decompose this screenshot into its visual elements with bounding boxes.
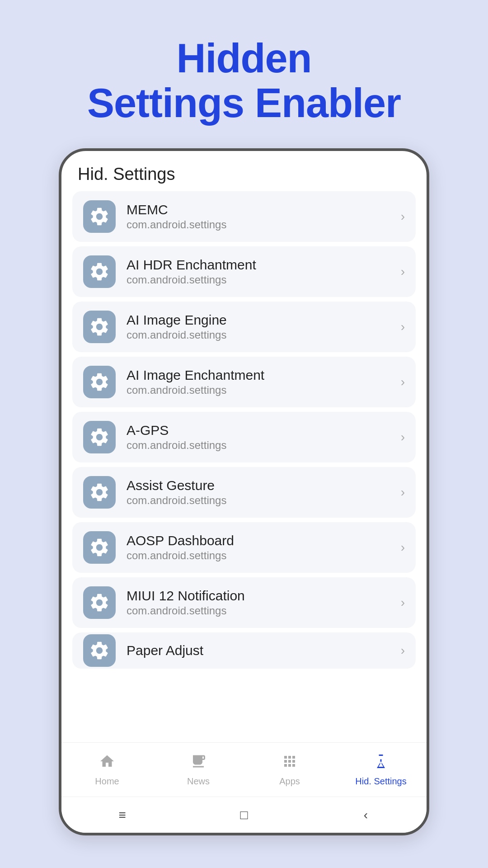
settings-gear-icon-paper_adjust [83,634,116,667]
item-title-assist_gesture: Assist Gesture [127,478,401,493]
item-text-ai_hdr: AI HDR Enchantment com.android.settings [127,257,401,286]
nav-item-home[interactable]: Home [61,753,153,787]
item-text-aosp_dashboard: AOSP Dashboard com.android.settings [127,533,401,562]
item-subtitle-memc: com.android.settings [127,218,401,231]
chevron-icon-aosp_dashboard: › [401,540,405,555]
nav-icon-news [190,753,206,774]
nav-icon-hid_settings [373,753,389,774]
item-title-memc: MEMC [127,202,401,217]
back-button[interactable]: ‹ [354,807,377,823]
settings-item-ai_image_engine[interactable]: AI Image Engine com.android.settings › [72,302,416,352]
item-subtitle-aosp_dashboard: com.android.settings [127,549,401,562]
settings-item-ai_image_enchantment[interactable]: AI Image Enchantment com.android.setting… [72,357,416,407]
settings-gear-icon-ai_image_enchantment [83,366,116,398]
home-button[interactable]: □ [233,807,255,823]
menu-button[interactable]: ≡ [111,807,134,823]
settings-list: MEMC com.android.settings › AI HDR Encha… [61,191,427,742]
item-title-ai_image_enchantment: AI Image Enchantment [127,368,401,383]
item-title-ai_hdr: AI HDR Enchantment [127,257,401,273]
item-subtitle-miui_notification: com.android.settings [127,604,401,617]
item-title-agps: A-GPS [127,423,401,438]
system-bar: ≡ □ ‹ [61,797,427,833]
nav-label-apps: Apps [279,776,300,787]
item-text-assist_gesture: Assist Gesture com.android.settings [127,478,401,507]
chevron-icon-ai_hdr: › [401,264,405,279]
nav-item-news[interactable]: News [153,753,244,787]
settings-item-memc[interactable]: MEMC com.android.settings › [72,191,416,242]
item-title-aosp_dashboard: AOSP Dashboard [127,533,401,548]
screen-header: Hid. Settings [61,151,427,191]
nav-item-hid_settings[interactable]: Hid. Settings [335,753,427,787]
title-line1: Hidden [87,36,401,81]
settings-item-aosp_dashboard[interactable]: AOSP Dashboard com.android.settings › [72,522,416,573]
phone-frame: Hid. Settings MEMC com.android.settings … [59,148,429,835]
nav-item-apps[interactable]: Apps [244,753,335,787]
chevron-icon-memc: › [401,209,405,224]
settings-gear-icon-ai_image_engine [83,311,116,343]
item-text-agps: A-GPS com.android.settings [127,423,401,452]
nav-icon-home [99,753,115,774]
nav-label-home: Home [95,776,119,787]
chevron-icon-ai_image_engine: › [401,320,405,334]
item-text-ai_image_enchantment: AI Image Enchantment com.android.setting… [127,368,401,396]
settings-item-ai_hdr[interactable]: AI HDR Enchantment com.android.settings … [72,246,416,297]
item-text-ai_image_engine: AI Image Engine com.android.settings [127,312,401,341]
bottom-nav: Home News Apps Hid. Settings [61,742,427,797]
settings-gear-icon-memc [83,200,116,233]
nav-label-news: News [187,776,210,787]
item-title-miui_notification: MIUI 12 Notification [127,588,401,604]
settings-gear-icon-assist_gesture [83,476,116,509]
nav-label-hid_settings: Hid. Settings [355,776,406,787]
chevron-icon-ai_image_enchantment: › [401,375,405,389]
item-subtitle-agps: com.android.settings [127,439,401,452]
settings-item-miui_notification[interactable]: MIUI 12 Notification com.android.setting… [72,577,416,628]
item-subtitle-ai_image_engine: com.android.settings [127,329,401,341]
chevron-icon-paper_adjust: › [401,643,405,658]
item-text-paper_adjust: Paper Adjust [127,643,401,658]
item-title-ai_image_engine: AI Image Engine [127,312,401,328]
settings-gear-icon-agps [83,421,116,453]
settings-gear-icon-miui_notification [83,586,116,619]
item-title-paper_adjust: Paper Adjust [127,643,401,658]
item-text-miui_notification: MIUI 12 Notification com.android.setting… [127,588,401,617]
nav-icon-apps [282,753,298,774]
settings-gear-icon-ai_hdr [83,255,116,288]
chevron-icon-agps: › [401,430,405,444]
settings-item-agps[interactable]: A-GPS com.android.settings › [72,412,416,462]
item-subtitle-assist_gesture: com.android.settings [127,494,401,507]
item-text-memc: MEMC com.android.settings [127,202,401,231]
settings-item-assist_gesture[interactable]: Assist Gesture com.android.settings › [72,467,416,518]
settings-item-paper_adjust[interactable]: Paper Adjust › [72,632,416,669]
chevron-icon-assist_gesture: › [401,485,405,500]
item-subtitle-ai_hdr: com.android.settings [127,274,401,286]
page-title: Hidden Settings Enabler [87,36,401,126]
settings-gear-icon-aosp_dashboard [83,531,116,564]
title-line2: Settings Enabler [87,81,401,126]
item-subtitle-ai_image_enchantment: com.android.settings [127,384,401,396]
chevron-icon-miui_notification: › [401,595,405,610]
